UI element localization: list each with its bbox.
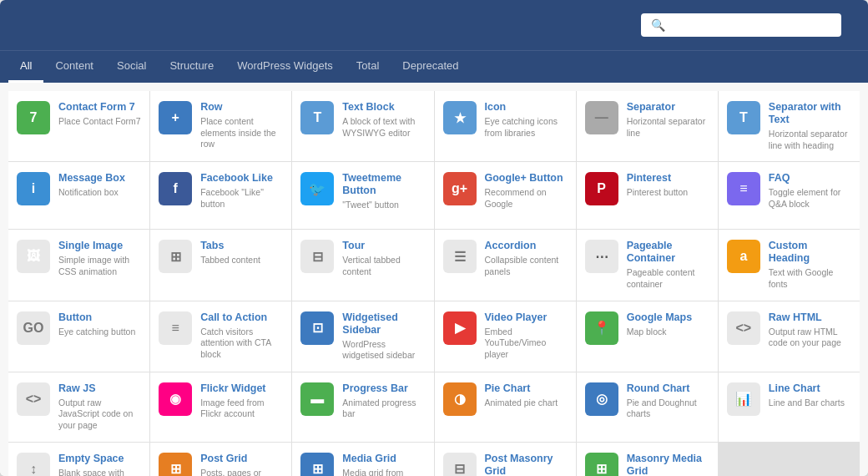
element-name: Empty Space [58,453,141,465]
element-card[interactable]: ▬ Progress Bar Animated progress bar [292,372,433,442]
element-name: Message Box [58,172,141,185]
element-desc: Posts, pages or custom posts in grid [200,468,283,476]
element-name: Separator with Text [769,101,851,126]
element-card[interactable]: 📊 Line Chart Line and Bar charts [719,372,860,442]
element-desc: Eye catching button [58,327,141,338]
element-info: Media Grid Media grid from Media Library [342,453,425,476]
element-icon: ⊞ [159,453,192,476]
element-info: Pie Chart Animated pie chart [485,382,568,409]
element-info: Masonry Media Grid Masonry media grid fr… [627,453,709,476]
element-card[interactable]: ⊡ Widgetised Sidebar WordPress widgetise… [292,301,433,372]
element-name: Line Chart [769,382,851,395]
element-icon: ◉ [159,382,192,416]
element-icon: ≡ [159,311,192,345]
element-desc: Facebook "Like" button [200,187,283,210]
element-info: Accordion Collapsible content panels [485,240,568,277]
element-icon: g+ [443,172,477,205]
element-desc: Text with Google fonts [769,267,851,290]
element-icon: ☰ [443,240,477,273]
element-card[interactable]: — Separator Horizontal separator line [577,91,718,161]
element-card[interactable]: ≡ FAQ Toggle element for Q&A block [719,162,860,229]
element-card[interactable]: 📍 Google Maps Map block [577,301,718,372]
element-card[interactable]: ◉ Flickr Widget Image feed from Flickr a… [150,372,291,442]
element-info: Round Chart Pie and Doughnut charts [627,382,709,420]
element-card[interactable]: 🐦 Tweetmeme Button "Tweet" button [292,162,433,229]
element-name: Post Masonry Grid [485,453,568,476]
element-desc: Animated pie chart [485,398,568,409]
element-card[interactable]: ⊞ Media Grid Media grid from Media Libra… [292,443,433,476]
element-card[interactable]: ▶ Video Player Embed YouTube/Vimeo playe… [435,301,576,372]
element-desc: Output raw JavaScript code on your page [58,398,141,432]
element-info: Button Eye catching button [58,311,141,338]
element-card[interactable]: ⊞ Masonry Media Grid Masonry media grid … [577,443,718,476]
element-info: Contact Form 7 Place Contact Form7 [58,101,141,128]
element-card[interactable]: g+ Google+ Button Recommend on Google [435,162,576,229]
element-card[interactable]: ★ Icon Eye catching icons from libraries [435,91,576,161]
tab-deprecated[interactable]: Deprecated [391,51,470,83]
element-icon: ⋯ [585,240,618,273]
tab-all[interactable]: All [8,51,43,83]
element-icon: a [727,240,760,273]
element-icon: T [727,101,760,134]
search-input[interactable] [672,19,831,32]
tab-social[interactable]: Social [105,51,158,83]
element-card[interactable]: T Text Block A block of text with WYSIWY… [292,91,433,161]
element-desc: Animated progress bar [342,398,425,420]
element-desc: Output raw HTML code on your page [769,327,851,349]
element-card[interactable]: ☰ Accordion Collapsible content panels [435,230,576,300]
element-desc: Eye catching icons from libraries [485,116,568,139]
tab-wordpress-widgets[interactable]: WordPress Widgets [225,51,345,83]
element-desc: Embed YouTube/Vimeo player [485,327,568,361]
element-icon: 🖼 [17,240,50,273]
element-info: Text Block A block of text with WYSIWYG … [342,101,425,139]
element-desc: Map block [627,327,709,338]
element-icon: P [585,172,618,205]
element-card[interactable]: P Pinterest Pinterest button [577,162,718,229]
element-desc: Simple image with CSS animation [58,255,141,277]
element-info: Raw HTML Output raw HTML code on your pa… [769,311,851,349]
element-card[interactable]: ⊟ Tour Vertical tabbed content [292,230,433,300]
element-card[interactable]: 🖼 Single Image Simple image with CSS ani… [8,230,149,300]
element-card[interactable]: ◑ Pie Chart Animated pie chart [435,372,576,442]
element-name: Masonry Media Grid [627,453,709,476]
element-name: Video Player [485,311,568,324]
element-info: Line Chart Line and Bar charts [769,382,851,409]
search-icon: 🔍 [651,18,665,32]
element-name: Round Chart [627,382,709,395]
element-card[interactable]: GO Button Eye catching button [8,301,149,372]
element-card[interactable]: f Facebook Like Facebook "Like" button [150,162,291,229]
element-name: Media Grid [342,453,425,465]
element-icon: ⊞ [300,453,334,476]
element-card[interactable]: T Separator with Text Horizontal separat… [719,91,860,161]
element-card[interactable]: ◎ Round Chart Pie and Doughnut charts [577,372,718,442]
element-desc: Place Contact Form7 [58,116,141,128]
element-card[interactable]: i Message Box Notification box [8,162,149,229]
element-icon: ⊟ [443,453,477,476]
element-card[interactable]: ⊞ Tabs Tabbed content [150,230,291,300]
element-card[interactable]: ↕ Empty Space Blank space with custom he… [8,443,149,476]
element-card[interactable]: ⊟ Post Masonry Grid Posts, pages or cust… [435,443,576,476]
element-card[interactable]: 7 Contact Form 7 Place Contact Form7 [8,91,149,161]
tab-content[interactable]: Content [43,51,105,83]
element-icon: — [585,101,618,134]
element-name: Separator [627,101,709,114]
element-card[interactable]: <> Raw HTML Output raw HTML code on your… [719,301,860,372]
element-card[interactable]: ≡ Call to Action Catch visitors attentio… [150,301,291,372]
element-desc: A block of text with WYSIWYG editor [342,116,425,139]
element-desc: Toggle element for Q&A block [769,187,851,210]
element-card[interactable]: + Row Place content elements inside the … [150,91,291,161]
element-name: Custom Heading [769,240,851,265]
element-card[interactable]: a Custom Heading Text with Google fonts [719,230,860,300]
element-card[interactable]: <> Raw JS Output raw JavaScript code on … [8,372,149,442]
tab-structure[interactable]: Structure [158,51,225,83]
element-icon: + [159,101,192,134]
tab-total[interactable]: Total [345,51,391,83]
element-desc: Place content elements inside the row [200,116,283,150]
element-icon: ⊞ [159,240,192,273]
element-name: FAQ [769,172,851,185]
content-area: 7 Contact Form 7 Place Contact Form7 + R… [0,83,868,476]
element-info: Flickr Widget Image feed from Flickr acc… [200,382,283,420]
element-card[interactable]: ⋯ Pageable Container Pageable content co… [577,230,718,300]
element-card[interactable]: ⊞ Post Grid Posts, pages or custom posts… [150,443,291,476]
element-icon: ↕ [17,453,50,476]
